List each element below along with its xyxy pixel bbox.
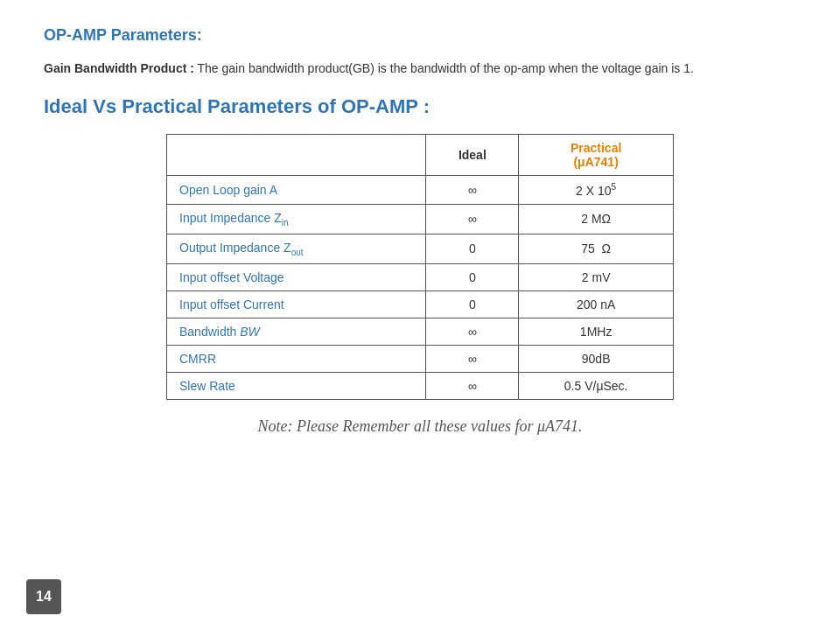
section-description: The gain bandwidth product(GB) is the ba… xyxy=(198,61,694,75)
ideal-cell: ∞ xyxy=(426,318,519,345)
table-row: Input offset Current0200 nA xyxy=(167,290,674,318)
table-row: Input offset Voltage02 mV xyxy=(167,263,674,290)
ideal-cell: ∞ xyxy=(426,345,519,372)
col-header-param xyxy=(167,135,426,176)
section-text: Gain Bandwidth Product : The gain bandwi… xyxy=(44,59,796,78)
practical-cell: 2 MΩ xyxy=(519,205,674,234)
param-cell: Slew Rate xyxy=(167,372,426,399)
sub-title: Ideal Vs Practical Parameters of OP-AMP … xyxy=(44,95,796,118)
table-body: Open Loop gain A∞2 X 105Input Impedance … xyxy=(167,176,674,399)
param-cell: CMRR xyxy=(167,345,426,372)
table-wrapper: Ideal Practical (μA741) Open Loop gain A… xyxy=(44,134,796,399)
table-row: Output Impedance Zout075 Ω xyxy=(167,234,674,263)
ideal-cell: 0 xyxy=(426,263,519,290)
parameters-table: Ideal Practical (μA741) Open Loop gain A… xyxy=(166,134,674,399)
practical-cell: 90dB xyxy=(519,345,674,372)
col-header-ideal: Ideal xyxy=(426,135,519,176)
param-cell: Input offset Current xyxy=(167,290,426,318)
practical-cell: 200 nA xyxy=(519,290,674,318)
ideal-cell: ∞ xyxy=(426,372,519,399)
param-cell: Input offset Voltage xyxy=(167,263,426,290)
page-container: OP-AMP Parameters: Gain Bandwidth Produc… xyxy=(0,0,840,630)
practical-cell: 0.5 V/μSec. xyxy=(519,372,674,399)
table-row: CMRR∞90dB xyxy=(167,345,674,372)
practical-cell: 2 X 105 xyxy=(519,176,674,205)
table-row: Bandwidth BW∞1MHz xyxy=(167,318,674,345)
ideal-cell: 0 xyxy=(426,234,519,263)
ideal-cell: ∞ xyxy=(426,176,519,205)
page-number: 14 xyxy=(26,579,61,614)
note-text: Note: Please Remember all these values f… xyxy=(44,417,796,436)
param-cell: Bandwidth BW xyxy=(167,318,426,345)
param-cell: Output Impedance Zout xyxy=(167,234,426,263)
col-header-practical: Practical (μA741) xyxy=(519,135,674,176)
practical-cell: 2 mV xyxy=(519,263,674,290)
table-row: Input Impedance Zin∞2 MΩ xyxy=(167,205,674,234)
param-cell: Open Loop gain A xyxy=(167,176,426,205)
practical-cell: 1MHz xyxy=(519,318,674,345)
table-row: Slew Rate∞0.5 V/μSec. xyxy=(167,372,674,399)
practical-cell: 75 Ω xyxy=(519,234,674,263)
table-row: Open Loop gain A∞2 X 105 xyxy=(167,176,674,205)
section-label: Gain Bandwidth Product : xyxy=(44,61,194,75)
param-cell: Input Impedance Zin xyxy=(167,205,426,234)
main-title: OP-AMP Parameters: xyxy=(44,26,796,45)
ideal-cell: ∞ xyxy=(426,205,519,234)
ideal-cell: 0 xyxy=(426,290,519,318)
table-header-row: Ideal Practical (μA741) xyxy=(167,135,674,176)
